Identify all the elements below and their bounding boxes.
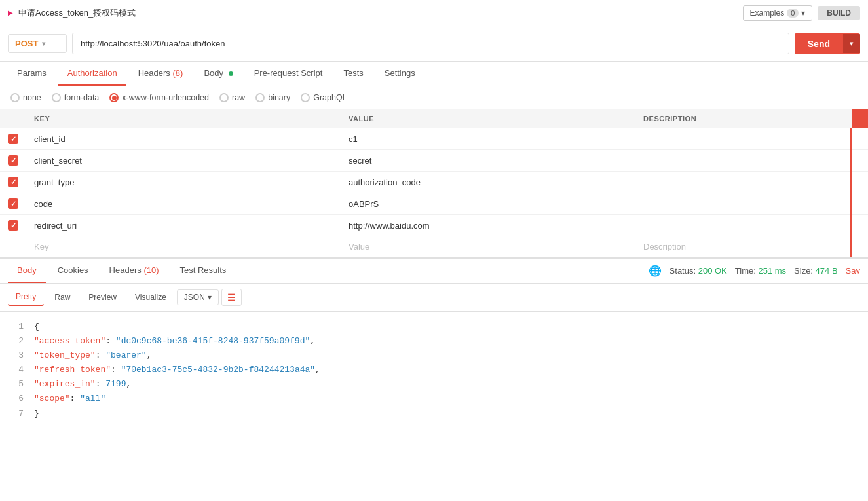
build-button[interactable]: BUILD: [818, 6, 860, 20]
row-value[interactable]: secret: [341, 150, 635, 172]
row-checkbox[interactable]: [8, 177, 18, 187]
url-input[interactable]: [72, 33, 789, 54]
row-desc[interactable]: [635, 150, 852, 172]
radio-raw[interactable]: raw: [219, 93, 245, 102]
tab-tests[interactable]: Tests: [334, 62, 372, 86]
col-desc-header: DESCRIPTION: [635, 109, 852, 128]
json-line-3: 3 "token_type": "bearer",: [10, 348, 858, 363]
col-checkbox: [0, 109, 26, 128]
row-value[interactable]: oABPrS: [341, 193, 635, 215]
examples-label: Examples: [750, 9, 785, 18]
radio-urlencoded[interactable]: x-www-form-urlencoded: [109, 93, 209, 102]
radio-form-data[interactable]: form-data: [52, 93, 100, 102]
row-desc[interactable]: [635, 193, 852, 215]
json-line-7: 7 }: [10, 407, 858, 421]
table-row: code oABPrS: [0, 193, 868, 215]
send-button-group: Send ▾: [795, 33, 860, 54]
response-tab-headers[interactable]: Headers (10): [100, 259, 168, 283]
row-desc[interactable]: [635, 215, 852, 236]
tab-pre-request[interactable]: Pre-request Script: [245, 62, 332, 86]
examples-button[interactable]: Examples 0 ▾: [743, 5, 813, 21]
request-title: 申请Access_token_授权码模式: [18, 7, 136, 19]
row-value[interactable]: authorization_code: [341, 172, 635, 193]
row-desc[interactable]: [635, 128, 852, 150]
chevron-down-icon: ▾: [801, 9, 805, 18]
json-format-label: JSON: [184, 293, 205, 302]
table-row: client_secret secret: [0, 150, 868, 172]
col-value-header: VALUE: [341, 109, 635, 128]
tab-headers[interactable]: Headers (8): [129, 62, 193, 86]
method-select[interactable]: POST ▾: [8, 34, 67, 53]
tab-params[interactable]: Params: [8, 62, 56, 86]
response-tab-cookies[interactable]: Cookies: [48, 259, 98, 283]
json-line-4: 4 "refresh_token": "70eb1ac3-75c5-4832-9…: [10, 363, 858, 377]
json-line-2: 2 "access_token": "dc0c9c68-be36-415f-82…: [10, 334, 858, 348]
row-desc[interactable]: [635, 172, 852, 193]
time-label: Time: 251 ms: [735, 266, 786, 276]
radio-graphql[interactable]: GraphQL: [301, 93, 347, 102]
top-bar-right: Examples 0 ▾ BUILD: [743, 5, 860, 21]
send-button[interactable]: Send: [795, 33, 843, 54]
radio-urlencoded-circle: [109, 93, 119, 102]
row-checkbox[interactable]: [8, 134, 18, 144]
response-section: Body Cookies Headers (10) Test Results 🌐…: [0, 257, 868, 429]
row-checkbox-cell: [0, 193, 26, 215]
row-key[interactable]: client_secret: [26, 150, 341, 172]
row-checkbox[interactable]: [8, 220, 18, 231]
status-value: 200 OK: [698, 266, 727, 276]
json-tab-pretty[interactable]: Pretty: [8, 289, 44, 306]
row-checkbox[interactable]: [8, 155, 18, 166]
save-response-button[interactable]: Sav: [846, 266, 860, 276]
row-key[interactable]: client_id: [26, 128, 341, 150]
table-row: grant_type authorization_code: [0, 172, 868, 193]
row-checkbox[interactable]: [8, 198, 18, 209]
request-tabs: Params Authorization Headers (8) Body Pr…: [0, 62, 868, 86]
radio-binary-label: binary: [268, 93, 290, 102]
chevron-down-icon: ▾: [208, 293, 212, 302]
json-tab-raw[interactable]: Raw: [47, 289, 78, 305]
response-tab-test-results[interactable]: Test Results: [171, 259, 236, 283]
url-bar: POST ▾ Send ▾: [0, 26, 868, 62]
json-line-6: 6 "scope": "all": [10, 392, 858, 406]
table-row: Key Value Description: [0, 236, 868, 257]
expand-icon[interactable]: ▶: [8, 9, 13, 16]
time-value: 251 ms: [758, 266, 786, 276]
json-body: 1 { 2 "access_token": "dc0c9c68-be36-415…: [0, 312, 868, 429]
radio-form-data-label: form-data: [64, 93, 100, 102]
row-value[interactable]: http://www.baidu.com: [341, 215, 635, 236]
tab-authorization[interactable]: Authorization: [58, 62, 126, 86]
json-toolbar: Pretty Raw Preview Visualize JSON ▾ ☰: [0, 284, 868, 312]
radio-urlencoded-label: x-www-form-urlencoded: [122, 93, 209, 102]
radio-binary[interactable]: binary: [255, 93, 290, 102]
status-label: Status: 200 OK: [670, 266, 727, 276]
radio-graphql-circle: [301, 93, 310, 102]
table-row: redirect_uri http://www.baidu.com: [0, 215, 868, 236]
radio-none[interactable]: none: [10, 93, 41, 102]
globe-icon[interactable]: 🌐: [649, 265, 662, 277]
row-key[interactable]: grant_type: [26, 172, 341, 193]
radio-none-circle: [10, 93, 20, 102]
radio-graphql-label: GraphQL: [313, 93, 347, 102]
response-status-bar: 🌐 Status: 200 OK Time: 251 ms Size: 474 …: [649, 265, 868, 277]
row-value[interactable]: c1: [341, 128, 635, 150]
tab-settings[interactable]: Settings: [375, 62, 425, 86]
method-label: POST: [15, 39, 38, 48]
row-key[interactable]: Key: [26, 236, 341, 257]
row-key[interactable]: code: [26, 193, 341, 215]
tab-body[interactable]: Body: [195, 62, 242, 86]
json-line-1: 1 {: [10, 320, 858, 334]
method-chevron-icon: ▾: [42, 40, 45, 47]
send-dropdown-button[interactable]: ▾: [843, 34, 860, 53]
json-format-button[interactable]: JSON ▾: [177, 289, 219, 305]
body-type-selector: none form-data x-www-form-urlencoded raw…: [0, 86, 868, 109]
json-wrap-button[interactable]: ☰: [221, 289, 242, 306]
response-tab-body[interactable]: Body: [8, 259, 46, 283]
json-tab-preview[interactable]: Preview: [81, 289, 124, 305]
row-value[interactable]: Value: [341, 236, 635, 257]
json-tab-visualize[interactable]: Visualize: [127, 289, 174, 305]
row-key[interactable]: redirect_uri: [26, 215, 341, 236]
row-checkbox-cell: [0, 150, 26, 172]
row-checkbox-cell: [0, 172, 26, 193]
top-bar-left: ▶ 申请Access_token_授权码模式: [8, 7, 136, 19]
size-label: Size: 474 B: [794, 266, 838, 276]
